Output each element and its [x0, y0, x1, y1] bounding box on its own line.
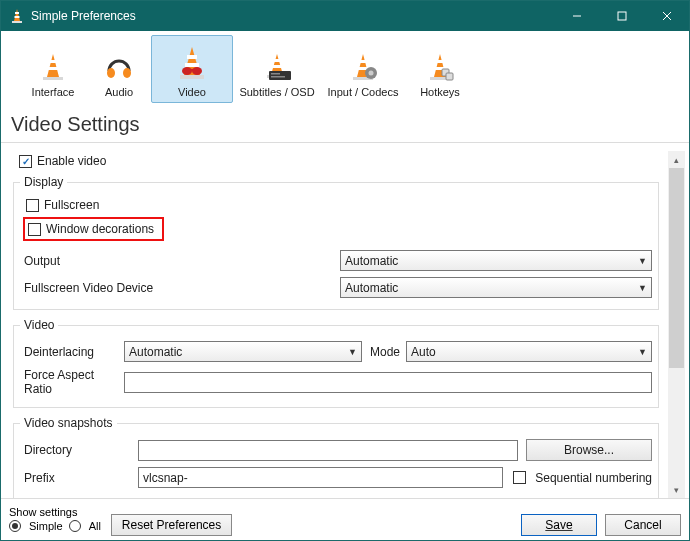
svg-rect-26: [271, 73, 280, 75]
prefix-label: Prefix: [20, 471, 138, 485]
deinterlacing-combo[interactable]: Automatic▼: [124, 341, 362, 362]
output-label: Output: [20, 254, 340, 268]
display-group: Display Fullscreen Window decorations Ou…: [13, 175, 659, 310]
category-hotkeys[interactable]: Hotkeys: [407, 46, 473, 103]
all-radio-label: All: [89, 520, 101, 532]
enable-video-checkbox[interactable]: [19, 155, 32, 168]
svg-point-13: [123, 68, 131, 78]
svg-rect-27: [271, 76, 285, 78]
chevron-down-icon: ▼: [638, 256, 647, 266]
window-decorations-label: Window decorations: [46, 222, 154, 236]
cone-icon: [37, 51, 69, 83]
svg-rect-23: [273, 59, 281, 62]
minimize-button[interactable]: [554, 1, 599, 31]
svg-rect-36: [436, 60, 444, 63]
simple-radio-label: Simple: [29, 520, 63, 532]
svg-point-19: [192, 67, 202, 75]
fullscreen-checkbox[interactable]: [26, 199, 39, 212]
category-toolbar: Interface Audio Video Subtitles / OSD In…: [1, 31, 689, 111]
prefix-input[interactable]: vlcsnap-: [138, 467, 503, 488]
app-icon: [9, 8, 25, 24]
enable-video-row[interactable]: Enable video: [7, 151, 665, 171]
reset-preferences-button[interactable]: Reset Preferences: [111, 514, 232, 536]
snapshots-legend: Video snapshots: [20, 416, 117, 430]
chevron-down-icon: ▼: [348, 347, 357, 357]
svg-rect-39: [446, 73, 453, 80]
window-decorations-highlight: Window decorations: [23, 217, 164, 241]
browse-button[interactable]: Browse...: [526, 439, 652, 461]
svg-rect-5: [618, 12, 626, 20]
sequential-numbering-label: Sequential numbering: [535, 471, 652, 485]
sequential-numbering-checkbox[interactable]: [513, 471, 526, 484]
window-decorations-checkbox[interactable]: [28, 223, 41, 236]
output-combo[interactable]: Automatic▼: [340, 250, 652, 271]
svg-rect-15: [180, 75, 204, 79]
show-settings-group: Show settings Simple All: [9, 506, 101, 532]
settings-scroll-area: Enable video Display Fullscreen Window d…: [7, 151, 665, 498]
category-input-codecs[interactable]: Input / Codecs: [321, 46, 405, 103]
show-settings-label: Show settings: [9, 506, 101, 518]
svg-rect-10: [49, 60, 57, 63]
scroll-down-arrow[interactable]: ▾: [668, 481, 685, 498]
svg-rect-17: [185, 63, 199, 67]
mode-combo[interactable]: Auto▼: [406, 341, 652, 362]
window-title: Simple Preferences: [31, 9, 554, 23]
mode-label: Mode: [362, 345, 406, 359]
scroll-thumb[interactable]: [669, 168, 684, 368]
svg-point-18: [182, 67, 192, 75]
enable-video-label: Enable video: [37, 154, 106, 168]
category-video[interactable]: Video: [151, 35, 233, 103]
fullscreen-row[interactable]: Fullscreen: [20, 195, 652, 215]
force-aspect-ratio-input[interactable]: [124, 372, 652, 393]
svg-rect-20: [191, 69, 193, 71]
vertical-scrollbar[interactable]: ▴ ▾: [668, 151, 685, 498]
svg-rect-16: [187, 55, 197, 59]
svg-point-33: [369, 71, 374, 76]
page-heading: Video Settings: [1, 111, 689, 142]
headphones-icon: [103, 51, 135, 83]
svg-rect-11: [48, 67, 58, 70]
cone-board-icon: [261, 51, 293, 83]
category-interface[interactable]: Interface: [19, 46, 87, 103]
chevron-down-icon: ▼: [638, 283, 647, 293]
cone-keys-icon: [424, 51, 456, 83]
svg-rect-1: [12, 21, 22, 23]
svg-rect-25: [269, 71, 291, 80]
chevron-down-icon: ▼: [638, 347, 647, 357]
bottom-bar: Show settings Simple All Reset Preferenc…: [1, 498, 689, 540]
directory-label: Directory: [20, 443, 138, 457]
cone-glasses-icon: [172, 43, 212, 83]
scroll-track[interactable]: [668, 168, 685, 481]
fullscreen-label: Fullscreen: [44, 198, 99, 212]
video-group: Video Deinterlacing Automatic▼ Mode Auto…: [13, 318, 659, 408]
divider: [1, 142, 689, 143]
svg-point-12: [107, 68, 115, 78]
cone-gear-icon: [347, 51, 379, 83]
maximize-button[interactable]: [599, 1, 644, 31]
svg-rect-3: [15, 16, 20, 18]
scroll-up-arrow[interactable]: ▴: [668, 151, 685, 168]
force-aspect-ratio-label: Force Aspect Ratio: [20, 368, 124, 396]
all-radio[interactable]: [69, 520, 81, 532]
fullscreen-device-label: Fullscreen Video Device: [20, 281, 340, 295]
svg-rect-2: [15, 12, 19, 14]
category-audio[interactable]: Audio: [89, 46, 149, 103]
fullscreen-device-combo[interactable]: Automatic▼: [340, 277, 652, 298]
category-subtitles[interactable]: Subtitles / OSD: [235, 46, 319, 103]
video-legend: Video: [20, 318, 58, 332]
svg-rect-24: [272, 65, 282, 68]
save-button[interactable]: Save: [521, 514, 597, 536]
deinterlacing-label: Deinterlacing: [20, 345, 124, 359]
cancel-button[interactable]: Cancel: [605, 514, 681, 536]
close-button[interactable]: [644, 1, 689, 31]
directory-input[interactable]: [138, 440, 518, 461]
svg-marker-0: [14, 9, 20, 21]
svg-rect-30: [359, 60, 367, 63]
display-legend: Display: [20, 175, 67, 189]
svg-rect-9: [43, 77, 63, 80]
svg-marker-8: [47, 54, 59, 77]
snapshots-group: Video snapshots Directory Browse... Pref…: [13, 416, 659, 498]
titlebar: Simple Preferences: [1, 1, 689, 31]
simple-radio[interactable]: [9, 520, 21, 532]
